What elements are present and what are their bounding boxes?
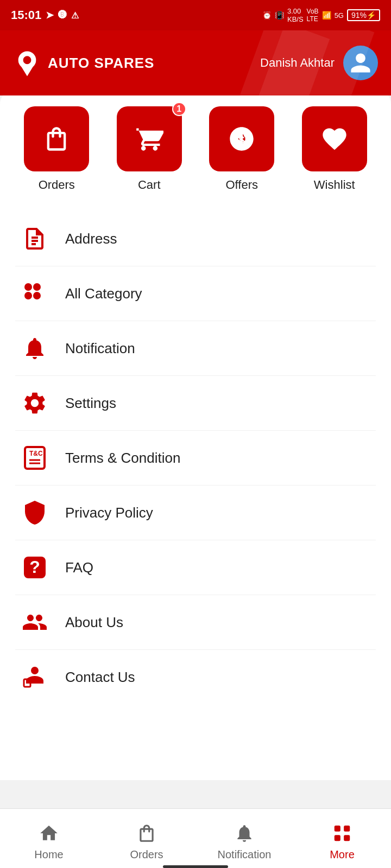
quick-action-wishlist[interactable]: Wishlist xyxy=(293,106,376,192)
nav-item-notification[interactable]: Notification xyxy=(195,816,293,861)
header-user-section: Danish Akhtar xyxy=(260,46,378,80)
menu-item-faq[interactable]: ? FAQ xyxy=(15,540,376,595)
contact-icon-container xyxy=(20,662,50,692)
bell-icon-container xyxy=(20,333,50,363)
app-logo: AUTO SPARES xyxy=(13,49,154,77)
wishlist-label: Wishlist xyxy=(314,178,355,192)
cart-label: Cart xyxy=(138,178,161,192)
notification-nav-icon-svg xyxy=(234,823,255,844)
home-nav-label: Home xyxy=(34,848,63,861)
menu-item-about[interactable]: About Us xyxy=(15,595,376,650)
cart-badge: 1 xyxy=(172,102,186,116)
users-icon-container xyxy=(20,607,50,637)
more-nav-label: More xyxy=(330,848,355,861)
notification-nav-label: Notification xyxy=(218,848,272,861)
svg-point-6 xyxy=(24,292,32,299)
svg-point-14 xyxy=(31,667,39,674)
avatar[interactable] xyxy=(343,46,378,80)
signal-icon: 📶 xyxy=(322,11,331,20)
logo-pin-icon xyxy=(13,49,41,77)
menu-list: Address All Category Notification xyxy=(15,212,376,704)
notification-status-icon: 🅑 xyxy=(58,10,67,20)
svg-point-1 xyxy=(23,56,31,64)
offers-label: Offers xyxy=(225,178,258,192)
nav-item-more[interactable]: More xyxy=(293,816,391,861)
grid-icon xyxy=(22,280,48,307)
nav-indicator xyxy=(163,865,228,868)
nav-item-orders[interactable]: Orders xyxy=(98,816,195,861)
menu-item-settings[interactable]: Settings xyxy=(15,376,376,431)
svg-rect-17 xyxy=(335,826,340,832)
header: AUTO SPARES Danish Akhtar xyxy=(0,30,391,95)
status-time: 15:01 xyxy=(11,8,41,22)
svg-point-4 xyxy=(24,283,32,291)
status-right: ⏰ 📳 3.00KB/S VoBLTE 📶 5G 91%⚡ xyxy=(262,7,380,23)
warning-icon: ⚠ xyxy=(71,10,79,21)
volte-icon: VoBLTE xyxy=(307,8,319,23)
orders-label: Orders xyxy=(39,178,75,192)
contact-label: Contact Us xyxy=(65,669,135,686)
address-label: Address xyxy=(65,231,117,247)
contact-icon xyxy=(22,664,48,690)
notification-label: Notification xyxy=(65,340,135,357)
5g-signal-icon: 5G xyxy=(335,11,344,20)
shield-icon-container xyxy=(20,497,50,528)
nav-item-home[interactable]: Home xyxy=(0,816,98,861)
heart-icon xyxy=(320,125,349,153)
orders-nav-icon xyxy=(135,821,159,845)
terms-icon-container: T&C xyxy=(20,443,50,473)
svg-text:T&C: T&C xyxy=(29,450,43,457)
quick-action-cart[interactable]: 1 Cart xyxy=(108,106,191,192)
settings-icon-container xyxy=(20,388,50,418)
orders-nav-label: Orders xyxy=(130,848,163,861)
shopping-bag-icon xyxy=(42,125,71,153)
notification-nav-icon xyxy=(232,821,256,845)
app-name: AUTO SPARES xyxy=(48,55,154,72)
vibrate-icon: 📳 xyxy=(275,11,284,20)
settings-label: Settings xyxy=(65,395,116,412)
svg-rect-19 xyxy=(335,835,340,841)
orders-button[interactable] xyxy=(24,106,89,171)
battery-icon: 91%⚡ xyxy=(347,9,380,21)
gear-icon xyxy=(22,390,48,416)
menu-item-notification[interactable]: Notification xyxy=(15,321,376,376)
all-category-label: All Category xyxy=(65,285,142,302)
menu-item-terms[interactable]: T&C Terms & Condition xyxy=(15,431,376,486)
offers-icon: $ xyxy=(228,125,256,153)
svg-point-16 xyxy=(26,680,28,682)
menu-item-address[interactable]: Address xyxy=(15,212,376,266)
faq-label: FAQ xyxy=(65,559,93,576)
menu-item-contact[interactable]: Contact Us xyxy=(15,650,376,704)
address-icon-container xyxy=(20,224,50,254)
home-icon xyxy=(39,823,59,844)
about-label: About Us xyxy=(65,614,123,631)
more-icon-svg xyxy=(332,823,352,844)
svg-rect-18 xyxy=(344,826,350,832)
user-avatar-icon xyxy=(349,51,373,75)
main-content: Orders 1 Cart $ Offers xyxy=(0,89,391,780)
terms-label: Terms & Condition xyxy=(65,450,180,467)
data-speed: 3.00KB/S xyxy=(287,7,304,23)
grid-icon-container xyxy=(20,278,50,309)
address-icon xyxy=(22,226,48,252)
cart-button[interactable]: 1 xyxy=(117,106,182,171)
more-nav-icon xyxy=(330,821,354,845)
bell-icon xyxy=(22,335,48,361)
svg-point-7 xyxy=(33,292,41,299)
menu-item-all-category[interactable]: All Category xyxy=(15,266,376,321)
offers-button[interactable]: $ xyxy=(209,106,274,171)
orders-nav-icon-svg xyxy=(136,823,157,844)
faq-icon: ? xyxy=(22,554,48,580)
svg-rect-20 xyxy=(344,835,350,841)
terms-icon: T&C xyxy=(22,445,48,471)
shield-icon xyxy=(22,500,48,526)
menu-item-privacy[interactable]: Privacy Policy xyxy=(15,486,376,540)
cart-icon xyxy=(135,125,163,153)
home-nav-icon xyxy=(37,821,61,845)
quick-action-offers[interactable]: $ Offers xyxy=(200,106,283,192)
quick-actions-grid: Orders 1 Cart $ Offers xyxy=(15,106,376,192)
username: Danish Akhtar xyxy=(260,56,335,70)
quick-action-orders[interactable]: Orders xyxy=(15,106,98,192)
wishlist-button[interactable] xyxy=(302,106,367,171)
bottom-nav: Home Orders Notification More xyxy=(0,808,391,868)
